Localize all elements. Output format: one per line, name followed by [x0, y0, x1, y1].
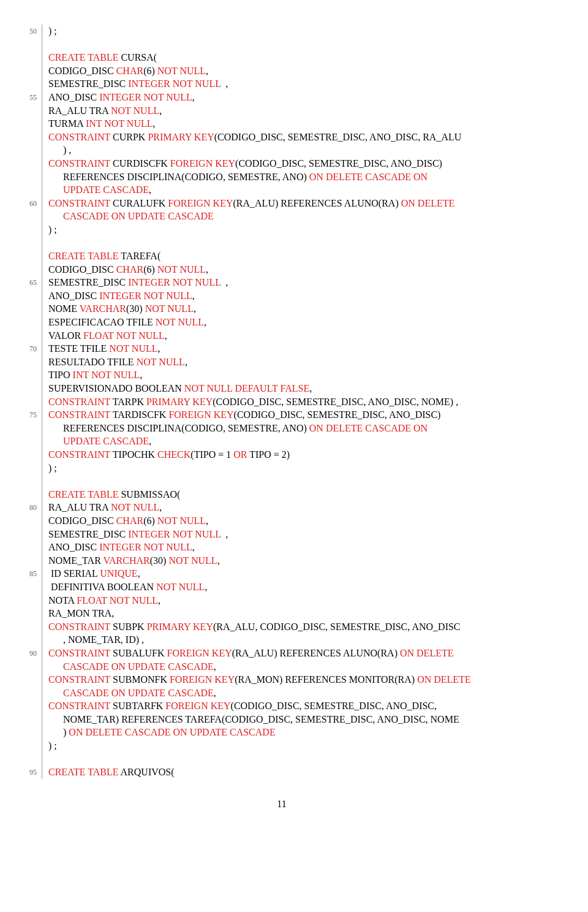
code-content: [42, 237, 551, 250]
sql-keyword: OR: [233, 449, 247, 460]
line-number: 75: [12, 408, 42, 420]
sql-keyword: UNIQUE: [100, 568, 137, 579]
sql-text: (30): [150, 555, 169, 566]
line-number: [12, 739, 42, 741]
line-number: [12, 210, 42, 211]
sql-keyword: INTEGER NOT NULL: [128, 277, 221, 287]
line-number: [12, 580, 42, 582]
sql-text: RA_MON TRA,: [48, 608, 114, 618]
sql-text: [48, 688, 63, 698]
code-content: TESTE TFILE NOT NULL,: [42, 342, 551, 355]
sql-text: ARQUIVOS(: [118, 767, 174, 777]
line-number: [12, 395, 42, 397]
code-content: SEMESTRE_DISC INTEGER NOT NULL ,: [42, 77, 551, 91]
sql-text: ) ;: [48, 740, 57, 751]
code-line: SEMESTRE_DISC INTEGER NOT NULL ,: [12, 528, 551, 541]
code-line: CREATE TABLE TAREFA(: [12, 249, 551, 263]
code-line: CODIGO_DISC CHAR(6) NOT NULL,: [12, 64, 551, 78]
code-line: CODIGO_DISC CHAR(6) NOT NULL,: [12, 514, 551, 528]
sql-keyword: CASCADE ON UPDATE CASCADE: [63, 211, 214, 221]
code-content: CONSTRAINT SUBMONFK FOREIGN KEY(RA_MON) …: [42, 673, 551, 686]
line-number: [12, 713, 42, 715]
sql-text: ,: [138, 568, 140, 579]
code-content: CONSTRAINT TARDISCFK FOREIGN KEY(CODIGO_…: [42, 408, 551, 422]
sql-text: ,: [206, 264, 208, 275]
sql-text: ): [48, 727, 69, 737]
sql-text: ,: [192, 92, 195, 102]
line-number: 60: [12, 197, 42, 208]
code-content: [42, 38, 551, 51]
code-line: 75CONSTRAINT TARDISCFK FOREIGN KEY(CODIG…: [12, 408, 551, 422]
line-number: [12, 435, 42, 436]
code-line: CONSTRAINT TIPOCHK CHECK(TIPO = 1 OR TIP…: [12, 448, 551, 462]
sql-text: SUBMISSAO(: [118, 489, 180, 500]
sql-keyword: PRIMARY KEY: [147, 621, 213, 632]
sql-keyword: INT NOT NULL: [73, 370, 140, 380]
code-line: [12, 753, 551, 766]
code-content: CREATE TABLE SUBMISSAO(: [42, 488, 551, 501]
sql-keyword: NOT NULL: [156, 582, 205, 592]
code-content: ) ;: [42, 25, 551, 38]
sql-text: ESPECIFICACAO TFILE: [48, 317, 156, 327]
code-content: SEMESTRE_DISC INTEGER NOT NULL ,: [42, 276, 551, 289]
code-content: UPDATE CASCADE,: [42, 183, 551, 197]
code-page: 50) ; CREATE TABLE CURSA(CODIGO_DISC CHA…: [12, 25, 551, 810]
sql-text: ,: [149, 436, 151, 446]
sql-text: TIPO: [48, 370, 73, 380]
sql-text: ,: [149, 184, 151, 195]
code-line: NOME_TAR VARCHAR(30) NOT NULL,: [12, 554, 551, 568]
code-line: 55ANO_DISC INTEGER NOT NULL,: [12, 91, 551, 104]
sql-text: ,: [192, 291, 195, 301]
line-number: [12, 726, 42, 728]
code-line: [12, 474, 551, 488]
code-content: ) ;: [42, 462, 551, 475]
sql-keyword: UPDATE CASCADE: [63, 436, 149, 446]
sql-text: ,: [204, 317, 206, 327]
sql-text: ,: [221, 277, 228, 287]
line-number: [12, 462, 42, 463]
sql-keyword: ON DELETE: [401, 198, 455, 208]
sql-text: [48, 661, 63, 672]
code-line: ) ;: [12, 223, 551, 237]
sql-text: SEMESTRE_DISC: [48, 78, 128, 89]
code-line: REFERENCES DISCIPLINA(CODIGO, SEMESTRE, …: [12, 422, 551, 435]
code-content: CASCADE ON UPDATE CASCADE,: [42, 660, 551, 674]
code-content: NOME_TAR) REFERENCES TAREFA(CODIGO_DISC,…: [42, 713, 551, 726]
line-number: 55: [12, 91, 42, 102]
line-number: [12, 474, 42, 476]
sql-keyword: CREATE TABLE: [48, 251, 118, 261]
code-line: 90CONSTRAINT SUBALUFK FOREIGN KEY(RA_ALU…: [12, 647, 551, 660]
code-content: CODIGO_DISC CHAR(6) NOT NULL,: [42, 64, 551, 78]
sql-text: (CODIGO_DISC, SEMESTRE_DISC, ANO_DISC): [235, 158, 442, 169]
line-number: [12, 263, 42, 265]
sql-keyword: CONSTRAINT: [48, 621, 110, 632]
sql-keyword: FOREIGN KEY: [167, 648, 232, 658]
sql-keyword: FLOAT NOT NULL: [77, 595, 158, 606]
line-number: [12, 620, 42, 622]
sql-text: SEMESTRE_DISC: [48, 529, 128, 539]
sql-keyword: CONSTRAINT: [48, 397, 110, 407]
sql-keyword: NOT NULL: [156, 317, 204, 327]
sql-text: ,: [165, 330, 167, 341]
sql-text: CODIGO_DISC: [48, 264, 116, 275]
code-line: CREATE TABLE SUBMISSAO(: [12, 488, 551, 501]
line-number: [12, 170, 42, 172]
code-content: ESPECIFICACAO TFILE NOT NULL,: [42, 316, 551, 329]
code-line: ESPECIFICACAO TFILE NOT NULL,: [12, 316, 551, 329]
sql-keyword: VARCHAR: [80, 303, 126, 314]
sql-text: CURDISCFK: [110, 158, 170, 169]
sql-text: (RA_ALU) REFERENCES ALUNO(RA): [233, 198, 401, 208]
code-content: CONSTRAINT SUBALUFK FOREIGN KEY(RA_ALU) …: [42, 647, 551, 660]
sql-keyword: NOT NULL: [157, 66, 206, 76]
sql-keyword: NOT NULL DEFAULT FALSE: [184, 383, 309, 393]
code-line: CODIGO_DISC CHAR(6) NOT NULL,: [12, 263, 551, 276]
line-number: 95: [12, 766, 42, 777]
sql-text: (RA_ALU, CODIGO_DISC, SEMESTRE_DISC, ANO…: [213, 621, 461, 632]
line-number: [12, 673, 42, 675]
code-content: , NOME_TAR, ID) ,: [42, 633, 551, 647]
sql-text: ,: [309, 383, 312, 393]
code-line: [12, 237, 551, 250]
sql-keyword: CREATE TABLE: [48, 52, 118, 63]
sql-keyword: NOT NULL: [137, 357, 185, 367]
code-line: RA_ALU TRA NOT NULL,: [12, 104, 551, 118]
